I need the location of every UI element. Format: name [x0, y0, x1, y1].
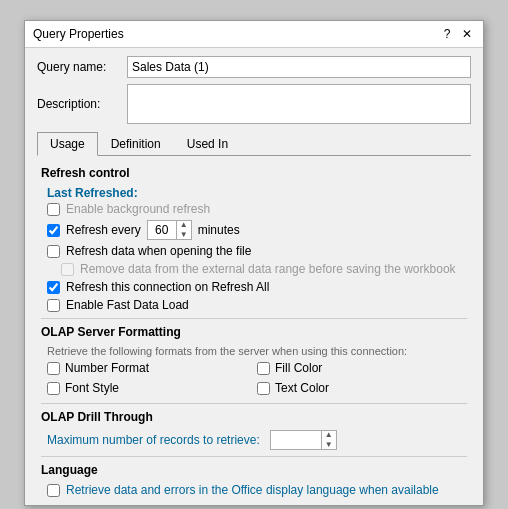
drill-spinner-buttons: ▲ ▼	[321, 430, 336, 450]
enable-bg-refresh-label: Enable background refresh	[66, 202, 210, 216]
description-label: Description:	[37, 97, 127, 111]
font-style-label: Font Style	[65, 381, 119, 395]
number-format-label: Number Format	[65, 361, 149, 375]
refresh-every-input[interactable]	[148, 221, 176, 239]
enable-fast-load-checkbox[interactable]	[47, 299, 60, 312]
spinner-buttons: ▲ ▼	[176, 220, 191, 240]
refresh-every-spinner: ▲ ▼	[147, 220, 192, 240]
refresh-on-open-checkbox[interactable]	[47, 245, 60, 258]
drill-spinner-down-button[interactable]: ▼	[322, 440, 336, 450]
help-button[interactable]: ?	[439, 27, 455, 41]
refresh-every-checkbox[interactable]	[47, 224, 60, 237]
tab-usage[interactable]: Usage	[37, 132, 98, 156]
tab-bar: Usage Definition Used In	[37, 132, 471, 156]
language-checkbox[interactable]	[47, 484, 60, 497]
olap-formatting-title: OLAP Server Formatting	[41, 325, 467, 339]
font-style-checkbox[interactable]	[47, 382, 60, 395]
drill-row: Maximum number of records to retrieve: ▲…	[41, 430, 467, 450]
divider-2	[41, 403, 467, 404]
language-title: Language	[41, 463, 467, 477]
number-format-item: Number Format	[47, 361, 257, 375]
text-color-label: Text Color	[275, 381, 329, 395]
drill-spinner: ▲ ▼	[270, 430, 337, 450]
query-name-row: Query name:	[37, 56, 471, 78]
fill-color-item: Fill Color	[257, 361, 467, 375]
refresh-control-title: Refresh control	[41, 166, 467, 180]
last-refreshed-label: Last Refreshed:	[41, 186, 467, 200]
remove-data-label: Remove data from the external data range…	[80, 262, 456, 276]
number-format-checkbox[interactable]	[47, 362, 60, 375]
enable-fast-load-label: Enable Fast Data Load	[66, 298, 189, 312]
refresh-control-section: Last Refreshed: Enable background refres…	[41, 186, 467, 312]
tab-usage-content: Refresh control Last Refreshed: Enable b…	[37, 166, 471, 497]
minutes-label: minutes	[198, 223, 240, 237]
query-properties-dialog: Query Properties ? ✕ Query name: Descrip…	[24, 20, 484, 506]
spinner-up-button[interactable]: ▲	[177, 220, 191, 230]
font-style-item: Font Style	[47, 381, 257, 395]
olap-drill-title: OLAP Drill Through	[41, 410, 467, 424]
description-row: Description:	[37, 84, 471, 124]
tab-used-in[interactable]: Used In	[174, 132, 241, 155]
query-name-label: Query name:	[37, 60, 127, 74]
query-name-input[interactable]	[127, 56, 471, 78]
refresh-on-open-row: Refresh data when opening the file	[41, 244, 467, 258]
refresh-on-all-label: Refresh this connection on Refresh All	[66, 280, 269, 294]
remove-data-checkbox[interactable]	[61, 263, 74, 276]
dialog-title: Query Properties	[33, 27, 124, 41]
enable-bg-refresh-checkbox[interactable]	[47, 203, 60, 216]
language-label: Retrieve data and errors in the Office d…	[66, 483, 439, 497]
divider-3	[41, 456, 467, 457]
dialog-body: Query name: Description: Usage Definitio…	[25, 48, 483, 505]
max-records-label: Maximum number of records to retrieve:	[47, 433, 260, 447]
remove-data-row: Remove data from the external data range…	[41, 262, 467, 276]
olap-checkboxes: Number Format Fill Color Font Style Text…	[41, 361, 467, 397]
title-bar: Query Properties ? ✕	[25, 21, 483, 48]
refresh-every-label: Refresh every	[66, 223, 141, 237]
refresh-on-open-label: Refresh data when opening the file	[66, 244, 251, 258]
enable-bg-refresh-row: Enable background refresh	[41, 202, 467, 216]
refresh-on-all-checkbox[interactable]	[47, 281, 60, 294]
spinner-down-button[interactable]: ▼	[177, 230, 191, 240]
description-input[interactable]	[127, 84, 471, 124]
divider-1	[41, 318, 467, 319]
enable-fast-load-row: Enable Fast Data Load	[41, 298, 467, 312]
text-color-item: Text Color	[257, 381, 467, 395]
refresh-on-all-row: Refresh this connection on Refresh All	[41, 280, 467, 294]
drill-spinner-up-button[interactable]: ▲	[322, 430, 336, 440]
tab-definition[interactable]: Definition	[98, 132, 174, 155]
fill-color-label: Fill Color	[275, 361, 322, 375]
fill-color-checkbox[interactable]	[257, 362, 270, 375]
drill-spinner-input[interactable]	[271, 431, 321, 449]
title-bar-controls: ? ✕	[439, 27, 475, 41]
close-button[interactable]: ✕	[459, 27, 475, 41]
text-color-checkbox[interactable]	[257, 382, 270, 395]
refresh-every-row: Refresh every ▲ ▼ minutes	[41, 220, 467, 240]
olap-desc: Retrieve the following formats from the …	[41, 345, 467, 357]
language-row: Retrieve data and errors in the Office d…	[41, 483, 467, 497]
